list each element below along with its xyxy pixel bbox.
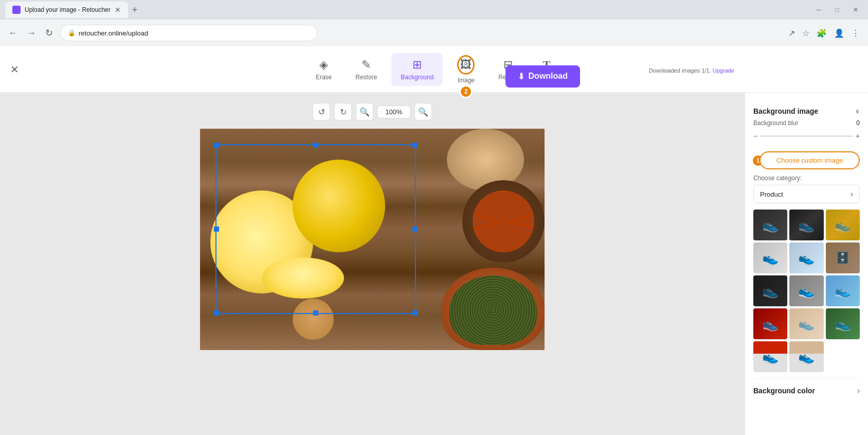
image-circle-highlight: 🖼 [457,55,475,75]
choose-custom-image-button[interactable]: Choose custom image [760,151,860,169]
grid-item-8[interactable]: 👟 [789,275,823,306]
shoe-thumbnail-10: 👟 [753,308,787,339]
new-tab-button[interactable]: + [132,5,138,15]
close-editor-button[interactable]: ✕ [10,63,19,76]
download-info: Downloaded images 1/1. Upgrade [649,67,734,74]
background-color-title: Background color [753,387,815,395]
tab-close-button[interactable]: ✕ [115,6,121,14]
restore-icon: ✎ [361,58,371,72]
handle-middle-right[interactable] [412,227,418,232]
restore-button[interactable]: □ [830,3,844,17]
grid-item-13[interactable]: 👟 [753,341,787,372]
shoe-thumbnail-4: 👟 [753,242,787,273]
blur-slider-row: − + [753,132,860,140]
grid-item-6[interactable]: 🗄️ [826,242,860,273]
category-arrow: › [851,189,853,199]
upgrade-link[interactable]: Upgrade [713,67,734,74]
blur-increase-button[interactable]: + [856,132,860,140]
profile-button[interactable]: 👤 [832,26,846,40]
shoe-thumbnail-6: 🗄️ [826,242,860,273]
grid-item-5[interactable]: 👟 [789,242,823,273]
shoe-thumbnail-13: 👟 [753,341,787,372]
download-count-text: Downloaded images 1/1. [649,67,711,74]
background-icon: ⊞ [412,58,422,72]
selection-box[interactable] [215,144,416,314]
grid-item-12[interactable]: 👟 [826,308,860,339]
handle-middle-left[interactable] [214,227,219,232]
window-controls: ─ □ ✕ [811,3,863,17]
background-label: Background [401,74,433,81]
pepper-bowl [462,180,545,263]
shoe-thumbnail-7: 👟 [753,275,787,306]
handle-bottom-right[interactable] [412,310,418,316]
redo-button[interactable]: ↻ [334,103,352,120]
address-bar: ← → ↻ 🔒 retoucher.online/upload ↗ ☆ 🧩 👤 … [0,20,868,46]
active-tab[interactable]: Upload your image - Retoucher ✕ [5,2,128,18]
blur-decrease-button[interactable]: − [753,132,757,140]
handle-top-left[interactable] [214,143,219,148]
background-color-section[interactable]: Background color › [753,379,860,403]
shoe-thumbnail-12: 👟 [826,308,860,339]
zoom-out-button[interactable]: 🔍 [356,103,373,120]
background-tool-button[interactable]: ⊞ Background [391,53,443,86]
download-label: Download [529,72,568,81]
pepper-contents [473,190,534,252]
url-bar[interactable]: 🔒 retoucher.online/upload [60,25,317,41]
shoe-thumbnail-9: 👟 [826,275,860,306]
erase-tool-button[interactable]: ◈ Erase [306,53,341,86]
grid-item-3[interactable]: 👟 [826,210,860,240]
canvas-area: ↺ ↻ 🔍 100% 🔍 [0,93,745,435]
zoom-in-button[interactable]: 🔍 [414,103,432,120]
grid-item-9[interactable]: 👟 [826,275,860,306]
grid-item-11[interactable]: 👟 [789,308,823,339]
extensions-button[interactable]: 🧩 [815,26,829,40]
browser-chrome: Upload your image - Retoucher ✕ + ─ □ ✕ … [0,0,868,46]
grid-item-14[interactable]: 👟 [789,341,823,372]
minimize-button[interactable]: ─ [811,3,826,17]
background-image-chevron: ∨ [855,108,860,115]
blur-slider[interactable] [761,135,853,137]
grid-item-7[interactable]: 👟 [753,275,787,306]
category-label: Choose category: [753,175,860,182]
shoe-thumbnail-2: 👟 [789,210,823,240]
back-button[interactable]: ← [6,26,20,41]
background-image-header[interactable]: Background image ∨ [753,107,860,115]
image-label: Image [458,77,475,84]
address-actions: ↗ ☆ 🧩 👤 ⋮ [786,26,862,40]
handle-bottom-middle[interactable] [313,310,318,316]
undo-button[interactable]: ↺ [313,103,330,120]
grid-item-4[interactable]: 👟 [753,242,787,273]
restore-tool-button[interactable]: ✎ Restore [346,53,386,86]
shoe-thumbnail-1: 👟 [753,210,787,240]
lock-icon: 🔒 [68,29,76,37]
handle-top-middle[interactable] [313,143,318,148]
tab-title: Upload your image - Retoucher [25,6,111,13]
blur-value: 0 [856,119,860,127]
forward-button[interactable]: → [25,26,38,41]
right-panel: Background image ∨ Background blur 0 − +… [745,93,868,435]
handle-top-right[interactable] [412,143,418,148]
shoe-thumbnail-8: 👟 [789,275,823,306]
share-button[interactable]: ↗ [786,26,797,40]
restore-label: Restore [355,74,377,81]
grid-item-2[interactable]: 👟 [789,210,823,240]
blur-control: Background blur 0 [753,119,860,127]
erase-icon: ◈ [319,58,328,72]
refresh-button[interactable]: ↻ [43,25,55,41]
grid-item-10[interactable]: 👟 [753,308,787,339]
zoom-controls: ↺ ↻ 🔍 100% 🔍 [313,103,431,120]
close-window-button[interactable]: ✕ [848,3,863,17]
image-tool-button[interactable]: 🖼 Image 2 [448,50,484,89]
url-text: retoucher.online/upload [79,29,148,37]
handle-bottom-left[interactable] [214,310,219,316]
blur-label: Background blur [753,119,852,127]
menu-button[interactable]: ⋮ [849,26,862,40]
category-selector[interactable]: Product › [753,185,860,203]
download-button[interactable]: ⬇ Download [505,65,580,88]
shoe-thumbnail-3: 👟 [826,210,860,240]
step2-badge: 2 [459,85,473,98]
grid-item-1[interactable]: 👟 [753,210,787,240]
bookmark-button[interactable]: ☆ [800,26,811,40]
canvas-image [200,129,545,350]
erase-label: Erase [316,74,332,81]
